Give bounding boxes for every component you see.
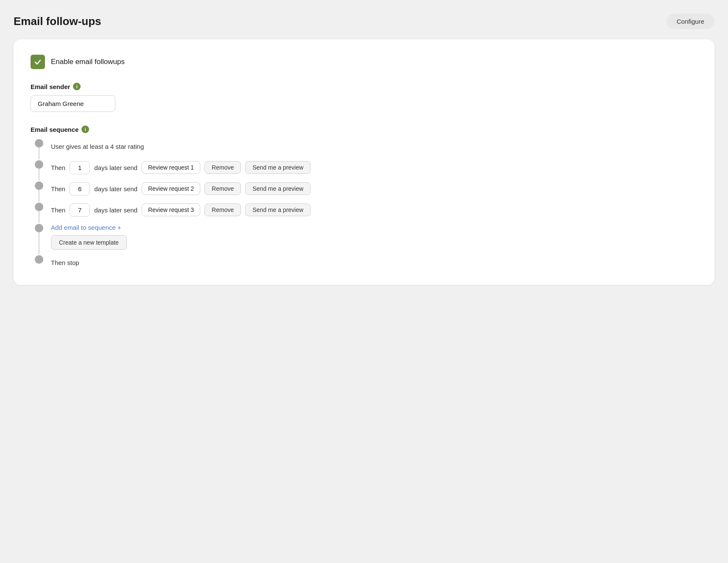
email-sender-info-icon[interactable]: i (73, 83, 81, 90)
step2-content: Then days later send Review request 3 Re… (48, 202, 311, 217)
step2-days-input[interactable] (70, 203, 90, 217)
email-sender-input[interactable] (31, 95, 115, 112)
step2-template-button[interactable]: Review request 3 (142, 203, 200, 216)
step1-dot (35, 181, 43, 190)
step2-days-later: days later send (94, 206, 137, 214)
page-title: Email follow-ups (14, 15, 101, 28)
main-card: Enable email followups Email sender i Em… (14, 39, 714, 285)
step2-timeline-left (31, 202, 48, 223)
sequence-step-0: Then days later send Review request 1 Re… (31, 159, 697, 181)
step0-days-input[interactable] (70, 161, 90, 174)
configure-button[interactable]: Configure (666, 14, 714, 29)
enable-checkbox[interactable] (31, 55, 45, 69)
email-sequence-info-icon[interactable]: i (81, 125, 89, 133)
step1-template-button[interactable]: Review request 2 (142, 182, 200, 195)
add-email-timeline-left (31, 223, 48, 254)
add-email-content: Add email to sequence + Create a new tem… (48, 223, 127, 250)
step0-template-button[interactable]: Review request 1 (142, 161, 200, 174)
add-email-item: Add email to sequence + Create a new tem… (31, 223, 697, 254)
step0-timeline-left (31, 159, 48, 181)
step0-then: Then (51, 164, 65, 171)
step1-timeline-left (31, 181, 48, 202)
step1-preview-button[interactable]: Send me a preview (245, 182, 311, 195)
step1-days-later: days later send (94, 185, 137, 192)
sequence-step-2: Then days later send Review request 3 Re… (31, 202, 697, 223)
step1-line (39, 190, 39, 202)
step0-line (39, 169, 39, 181)
step1-days-input[interactable] (70, 182, 90, 195)
step2-then: Then (51, 206, 65, 214)
create-template-button[interactable]: Create a new template (51, 235, 127, 250)
email-sender-label: Email sender i (31, 83, 697, 90)
email-sequence-label: Email sequence i (31, 125, 697, 133)
step1-then: Then (51, 185, 65, 192)
step2-dot (35, 203, 43, 211)
add-email-link[interactable]: Add email to sequence + (51, 224, 121, 231)
step1-remove-button[interactable]: Remove (204, 182, 241, 195)
enable-label: Enable email followups (51, 58, 125, 66)
trigger-timeline-left (31, 138, 48, 159)
trigger-line (39, 148, 39, 159)
email-sender-section: Email sender i (31, 83, 697, 125)
page-header: Email follow-ups Configure (14, 14, 714, 29)
step2-remove-button[interactable]: Remove (204, 203, 241, 216)
add-email-line (39, 232, 39, 254)
email-sequence-section: Email sequence i User gives at least a 4… (31, 125, 697, 270)
enable-row: Enable email followups (31, 55, 697, 69)
step2-line (39, 211, 39, 223)
trigger-dot (35, 139, 43, 148)
trigger-label: User gives at least a 4 star rating (51, 142, 144, 151)
then-stop-item: Then stop (31, 254, 697, 270)
step0-dot (35, 160, 43, 169)
then-stop-content: Then stop (48, 254, 79, 270)
step2-preview-button[interactable]: Send me a preview (245, 203, 311, 216)
add-email-dot (35, 224, 43, 232)
trigger-content: User gives at least a 4 star rating (48, 138, 144, 153)
step0-preview-button[interactable]: Send me a preview (245, 161, 311, 174)
step1-content: Then days later send Review request 2 Re… (48, 181, 311, 196)
step0-remove-button[interactable]: Remove (204, 161, 241, 174)
step0-content: Then days later send Review request 1 Re… (48, 159, 311, 175)
then-stop-timeline-left (31, 254, 48, 264)
step0-days-later: days later send (94, 164, 137, 171)
then-stop-dot (35, 255, 43, 264)
sequence-step-1: Then days later send Review request 2 Re… (31, 181, 697, 202)
then-stop-label: Then stop (51, 259, 79, 266)
trigger-item: User gives at least a 4 star rating (31, 138, 697, 159)
timeline: User gives at least a 4 star rating Then… (31, 138, 697, 270)
